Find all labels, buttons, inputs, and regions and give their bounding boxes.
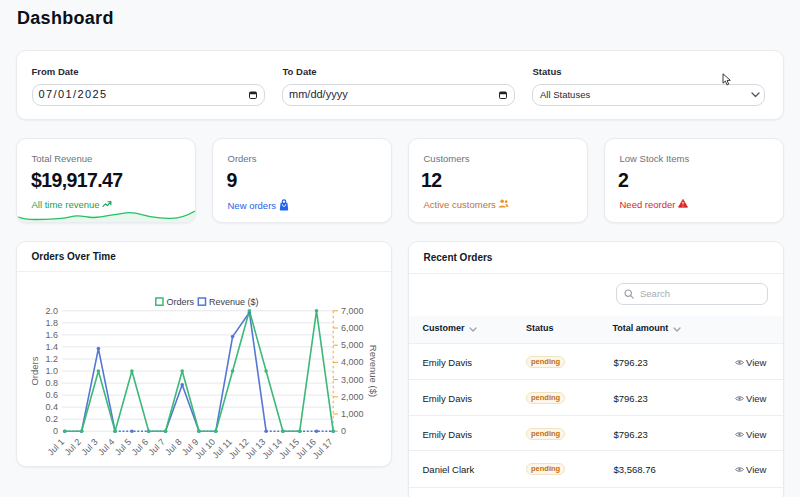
svg-text:Jul 3: Jul 3 — [79, 437, 100, 458]
svg-text:1.6: 1.6 — [45, 330, 58, 340]
svg-text:4,000: 4,000 — [341, 357, 364, 367]
svg-text:Orders: Orders — [167, 297, 195, 307]
svg-text:0.6: 0.6 — [45, 390, 58, 400]
svg-text:0: 0 — [341, 426, 346, 436]
svg-text:6,000: 6,000 — [341, 323, 364, 333]
svg-text:Jul 7: Jul 7 — [146, 437, 167, 458]
svg-text:7,000: 7,000 — [341, 306, 364, 316]
svg-text:0.2: 0.2 — [45, 414, 58, 424]
svg-text:1.4: 1.4 — [45, 342, 58, 352]
svg-text:Jul 1: Jul 1 — [46, 437, 67, 458]
svg-text:Jul 8: Jul 8 — [163, 437, 184, 458]
svg-text:Revenue ($): Revenue ($) — [209, 297, 259, 307]
svg-text:Jul 6: Jul 6 — [130, 437, 151, 458]
svg-text:Jul 4: Jul 4 — [96, 437, 117, 458]
svg-text:2,000: 2,000 — [341, 392, 364, 402]
svg-text:1,000: 1,000 — [341, 409, 364, 419]
svg-text:Orders: Orders — [29, 356, 40, 385]
svg-text:Jul 2: Jul 2 — [62, 437, 83, 458]
svg-text:0: 0 — [53, 426, 58, 436]
svg-text:Revenue ($): Revenue ($) — [368, 345, 379, 397]
svg-text:2.0: 2.0 — [45, 306, 58, 316]
svg-text:5,000: 5,000 — [341, 340, 364, 350]
svg-text:1.0: 1.0 — [45, 366, 58, 376]
svg-text:1.8: 1.8 — [45, 318, 58, 328]
svg-text:1.2: 1.2 — [45, 354, 58, 364]
svg-text:0.4: 0.4 — [45, 402, 58, 412]
svg-text:3,000: 3,000 — [341, 375, 364, 385]
svg-text:Jul 5: Jul 5 — [113, 437, 134, 458]
svg-text:0.8: 0.8 — [45, 378, 58, 388]
